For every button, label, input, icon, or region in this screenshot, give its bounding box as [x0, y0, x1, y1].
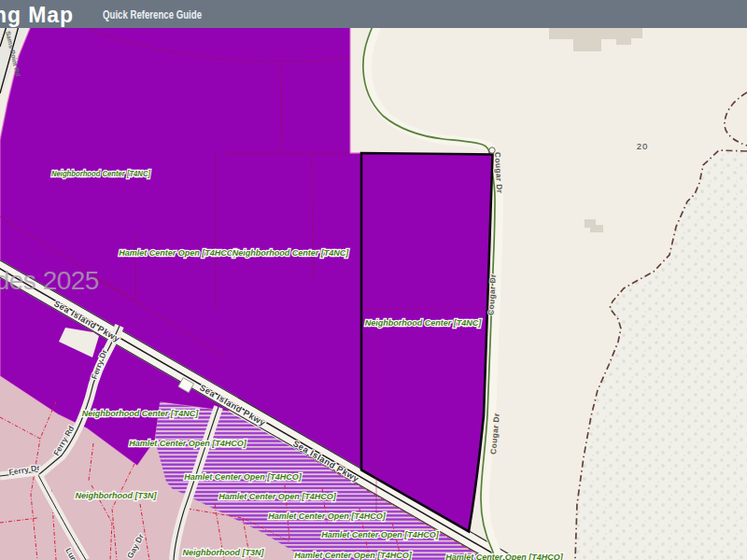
svg-text:Hamlet Center Open [T4HCO]: Hamlet Center Open [T4HCO] — [268, 511, 387, 521]
svg-text:Quick Reference Guide: Quick Reference Guide — [103, 8, 202, 21]
svg-text:Hamlet Center Open [T4HCO]: Hamlet Center Open [T4HCO] — [445, 553, 564, 560]
svg-text:ides 2025: ides 2025 — [0, 266, 99, 295]
svg-text:Neighborhood [T3N]: Neighborhood [T3N] — [76, 491, 158, 500]
svg-text:Neighborhood Center [T4NC]: Neighborhood Center [T4NC] — [233, 248, 349, 258]
svg-text:Neighborhood [T3N]: Neighborhood [T3N] — [183, 548, 265, 557]
svg-text:Hamlet Center Open [T4HCO]: Hamlet Center Open [T4HCO] — [129, 439, 247, 448]
svg-text:Hamlet Center Open [T4HCO]: Hamlet Center Open [T4HCO] — [119, 248, 237, 258]
svg-text:20: 20 — [637, 141, 649, 151]
svg-text:Hamlet Center Open [T4HCO]: Hamlet Center Open [T4HCO] — [184, 472, 303, 482]
svg-text:ng Map: ng Map — [0, 3, 73, 27]
svg-text:Neighborhood Center [T4NC]: Neighborhood Center [T4NC] — [365, 318, 482, 328]
svg-text:Neighborhood Center [T4NC]: Neighborhood Center [T4NC] — [51, 169, 151, 178]
svg-text:Hamlet Center Open [T4HCO]: Hamlet Center Open [T4HCO] — [218, 492, 337, 501]
svg-text:Hamlet Center Open [T4HCO]: Hamlet Center Open [T4HCO] — [321, 530, 440, 539]
svg-text:Neighborhood Center [T4NC]: Neighborhood Center [T4NC] — [82, 409, 199, 418]
svg-text:Hamlet Center Open [T4HCO]: Hamlet Center Open [T4HCO] — [294, 551, 413, 560]
